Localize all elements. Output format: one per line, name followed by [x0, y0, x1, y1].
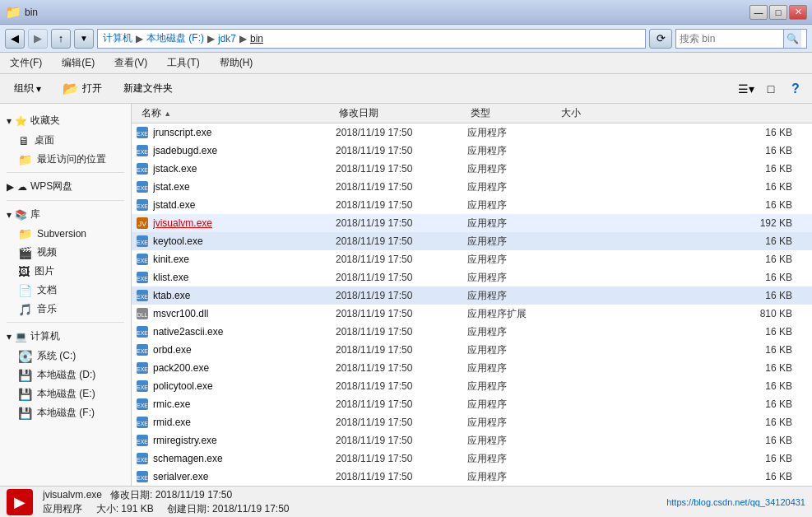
drive-d-icon: 💾 — [18, 369, 32, 382]
search-icon-button[interactable]: 🔍 — [783, 30, 801, 48]
sidebar-item-drive-f[interactable]: 💾 本地磁盘 (F:) — [0, 403, 131, 422]
svg-text:EXE: EXE — [137, 475, 148, 481]
file-size: 16 KB — [558, 326, 809, 338]
menu-view[interactable]: 查看(V) — [111, 54, 151, 72]
file-row[interactable]: EXEpolicytool.exe2018/11/19 17:50应用程序16 … — [132, 377, 812, 395]
maximize-button[interactable]: □ — [769, 5, 787, 20]
organize-button[interactable]: 组织 ▾ — [7, 77, 49, 100]
sidebar-item-recent[interactable]: 📁 最近访问的位置 — [0, 150, 131, 169]
preview-pane-button[interactable]: □ — [761, 79, 781, 99]
sidebar-header-library[interactable]: ▾ 📚 库 — [0, 204, 131, 225]
file-row[interactable]: EXEnative2ascii.exe2018/11/19 17:50应用程序1… — [132, 323, 812, 341]
file-row[interactable]: EXEjsadebugd.exe2018/11/19 17:50应用程序16 K… — [132, 142, 812, 160]
open-button[interactable]: 📂 打开 — [55, 77, 109, 100]
divider-2 — [7, 200, 124, 201]
file-type: 应用程序 — [467, 162, 558, 176]
sidebar-item-video[interactable]: 🎬 视频 — [0, 243, 131, 262]
minimize-button[interactable]: — — [749, 5, 768, 20]
menu-edit[interactable]: 编辑(E) — [58, 54, 98, 72]
favorites-label: 收藏夹 — [30, 114, 60, 128]
drive-f-icon: 💾 — [18, 407, 32, 420]
file-icon: EXE — [135, 469, 150, 484]
sort-arrow-name: ▲ — [164, 109, 171, 118]
new-folder-button[interactable]: 新建文件夹 — [116, 77, 180, 100]
file-row[interactable]: EXEpack200.exe2018/11/19 17:50应用程序16 KB — [132, 359, 812, 377]
sidebar-item-subversion[interactable]: 📁 Subversion — [0, 225, 131, 243]
file-row[interactable]: EXErmiregistry.exe2018/11/19 17:50应用程序16… — [132, 431, 812, 449]
sidebar-item-documents[interactable]: 📄 文档 — [0, 281, 131, 300]
menu-help[interactable]: 帮助(H) — [216, 54, 257, 72]
file-row[interactable]: EXEkinit.exe2018/11/19 17:50应用程序16 KB — [132, 250, 812, 268]
menu-tools[interactable]: 工具(T) — [164, 54, 202, 72]
sidebar-item-pictures[interactable]: 🖼 图片 — [0, 262, 131, 281]
crumb-jdk7[interactable]: jdk7 — [218, 33, 236, 44]
file-row[interactable]: EXEjstatd.exe2018/11/19 17:50应用程序16 KB — [132, 196, 812, 214]
file-icon: DLL — [135, 306, 150, 321]
file-name: jvisualvm.exe — [153, 217, 336, 229]
file-row[interactable]: EXEjstack.exe2018/11/19 17:50应用程序16 KB — [132, 160, 812, 178]
sidebar-header-favorites[interactable]: ▾ ⭐ 收藏夹 — [0, 110, 131, 131]
file-row[interactable]: DLLmsvcr100.dll2018/11/19 17:50应用程序扩展810… — [132, 305, 812, 323]
view-toggle-button[interactable]: ☰▾ — [736, 79, 756, 99]
file-type: 应用程序 — [467, 180, 558, 194]
file-size: 16 KB — [558, 362, 809, 374]
file-row[interactable]: EXEserialver.exe2018/11/19 17:50应用程序16 K… — [132, 468, 812, 486]
col-header-name[interactable]: 名称 ▲ — [135, 106, 332, 120]
file-size: 16 KB — [558, 181, 809, 193]
title-text: bin — [25, 7, 38, 18]
file-date: 2018/11/19 17:50 — [336, 435, 467, 446]
file-icon: EXE — [135, 198, 150, 212]
menu-file[interactable]: 文件(F) — [7, 54, 45, 72]
file-size: 16 KB — [558, 380, 809, 392]
file-row[interactable]: EXEklist.exe2018/11/19 17:50应用程序16 KB — [132, 268, 812, 286]
file-name: rmiregistry.exe — [153, 435, 336, 446]
file-size: 16 KB — [558, 235, 809, 247]
sidebar-section-wps: ▶ ☁ WPS网盘 — [0, 176, 131, 197]
subversion-icon: 📁 — [18, 227, 32, 240]
recent-button[interactable]: ▼ — [74, 29, 94, 49]
back-button[interactable]: ◀ — [5, 29, 25, 49]
file-row[interactable]: EXEjstat.exe2018/11/19 17:50应用程序16 KB — [132, 178, 812, 196]
col-header-size[interactable]: 大小 — [554, 106, 809, 120]
file-row[interactable]: EXEjrunscript.exe2018/11/19 17:50应用程序16 … — [132, 123, 812, 142]
file-type: 应用程序扩展 — [467, 307, 558, 321]
forward-button[interactable]: ▶ — [28, 29, 48, 49]
file-size: 16 KB — [558, 398, 809, 410]
crumb-drive[interactable]: 本地磁盘 (F:) — [146, 31, 204, 45]
search-box[interactable]: 🔍 — [675, 29, 807, 49]
close-button[interactable]: ✕ — [789, 5, 807, 20]
sidebar-header-computer[interactable]: ▾ 💻 计算机 — [0, 326, 131, 347]
sidebar-item-desktop[interactable]: 🖥 桌面 — [0, 131, 131, 150]
sidebar-item-music[interactable]: 🎵 音乐 — [0, 300, 131, 319]
sidebar-header-wps[interactable]: ▶ ☁ WPS网盘 — [0, 176, 131, 197]
col-header-type[interactable]: 类型 — [464, 106, 554, 120]
col-header-date[interactable]: 修改日期 — [332, 106, 464, 120]
refresh-button[interactable]: ⟳ — [649, 29, 672, 49]
file-row[interactable]: EXErmic.exe2018/11/19 17:50应用程序16 KB — [132, 395, 812, 413]
drive-c-icon: 💽 — [18, 350, 32, 363]
menu-bar: 文件(F) 编辑(E) 查看(V) 工具(T) 帮助(H) — [0, 53, 812, 74]
file-row[interactable]: JVjvisualvm.exe2018/11/19 17:50应用程序192 K… — [132, 214, 812, 232]
file-date: 2018/11/19 17:50 — [336, 127, 467, 138]
address-path[interactable]: 计算机 ▶ 本地磁盘 (F:) ▶ jdk7 ▶ bin — [97, 29, 646, 49]
file-type: 应用程序 — [467, 198, 558, 212]
file-icon: EXE — [135, 324, 150, 339]
help-icon-button[interactable]: ? — [786, 79, 805, 99]
file-row[interactable]: EXErmid.exe2018/11/19 17:50应用程序16 KB — [132, 413, 812, 431]
music-label: 音乐 — [37, 302, 57, 316]
file-row[interactable]: EXEschemagen.exe2018/11/19 17:50应用程序16 K… — [132, 449, 812, 468]
file-date: 2018/11/19 17:50 — [336, 326, 467, 338]
crumb-computer[interactable]: 计算机 — [103, 31, 132, 45]
file-row[interactable]: EXEkeytool.exe2018/11/19 17:50应用程序16 KB — [132, 232, 812, 250]
file-row[interactable]: EXEorbd.exe2018/11/19 17:50应用程序16 KB — [132, 341, 812, 359]
file-date: 2018/11/19 17:50 — [336, 362, 467, 374]
sidebar-item-drive-e[interactable]: 💾 本地磁盘 (E:) — [0, 384, 131, 403]
sidebar-item-drive-c[interactable]: 💽 系统 (C:) — [0, 347, 131, 366]
recent-label: 最近访问的位置 — [37, 152, 106, 166]
up-button[interactable]: ↑ — [51, 29, 71, 49]
file-date: 2018/11/19 17:50 — [336, 199, 467, 211]
file-row[interactable]: EXEktab.exe2018/11/19 17:50应用程序16 KB — [132, 286, 812, 305]
search-input[interactable] — [676, 33, 783, 44]
sidebar-item-drive-d[interactable]: 💾 本地磁盘 (D:) — [0, 366, 131, 384]
music-icon: 🎵 — [18, 303, 32, 316]
